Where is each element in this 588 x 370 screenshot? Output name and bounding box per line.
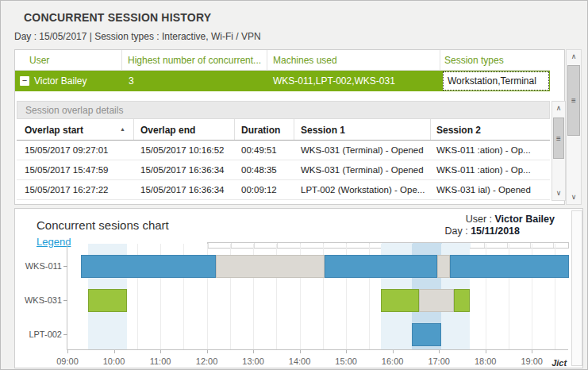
sessions-panel-scrollbar[interactable]: ∧ ≡ ∨ <box>566 49 582 205</box>
chart-day-label: Day : <box>444 225 467 237</box>
axis-hour-label: 17:00 <box>421 357 456 366</box>
cell-end: 15/05/2017 16:36:34 <box>134 160 235 179</box>
axis-hour-label: 18:00 <box>468 357 503 366</box>
column-header-overlap-start[interactable]: Overlap start ▲ <box>17 119 134 140</box>
sessions-panel: User Highest number of concurrent... Mac… <box>14 49 565 205</box>
cell-end: 15/05/2017 16:36:34 <box>134 180 235 199</box>
chart-meta: User : Victor Bailey Day : 15/11/2018 <box>444 214 555 237</box>
scroll-up-icon[interactable]: ∧ <box>552 102 565 115</box>
row-axis-tick <box>63 266 67 267</box>
row-axis-tick <box>63 334 67 335</box>
column-header-session-1[interactable]: Session 1 <box>294 119 431 140</box>
session-bar-segment-green[interactable] <box>88 289 127 312</box>
sessions-table-header: User Highest number of concurrent... Mac… <box>15 50 550 71</box>
axis-hour-label: 13:00 <box>236 357 271 366</box>
concurrent-session-history-screen: CONCURRENT SESSION HISTORY Day : 15/05/2… <box>0 0 588 370</box>
axis-hour-label: 19:00 <box>514 357 549 366</box>
row-axis-tick <box>63 300 67 301</box>
cell-end: 15/05/2017 10:16:52 <box>134 141 235 160</box>
overlap-table-scrollbar[interactable]: ∧ ≡ ∨ <box>551 101 566 201</box>
column-header-highest-concurrent[interactable]: Highest number of concurrent... <box>122 50 267 71</box>
cell-session2: WKS-031 ial) - Opened <box>431 180 550 199</box>
session-bar-segment-blue[interactable] <box>412 323 441 346</box>
session-overlap-panel: Session overlap details Overlap start ▲ … <box>17 101 564 201</box>
gantt-row-wks-031: WKS-031 <box>67 289 568 312</box>
axis-tick <box>253 350 254 353</box>
session-bar-segment-gray[interactable] <box>419 289 454 312</box>
cell-start: 15/05/2017 09:27:01 <box>17 141 134 160</box>
column-header-overlap-end[interactable]: Overlap end <box>134 119 235 140</box>
page-subtitle: Day : 15/05/2017 | Session types : Inter… <box>14 31 261 42</box>
axis-tick <box>486 350 486 353</box>
overlap-table-body: 15/05/2017 09:27:0115/05/2017 10:16:5200… <box>17 141 550 200</box>
session-bar-segment-blue[interactable] <box>450 255 569 278</box>
axis-tick <box>300 350 301 353</box>
table-row[interactable]: 15/05/2017 15:47:5915/05/2017 16:36:3400… <box>17 160 550 180</box>
scrollbar-thumb[interactable]: ≡ <box>567 65 580 136</box>
page-title: CONCURRENT SESSION HISTORY <box>24 11 211 24</box>
axis-hour-label: 10:00 <box>97 357 132 366</box>
overlap-panel-title: Session overlap details <box>17 101 550 119</box>
axis-tick <box>67 350 68 353</box>
gantt-row-wks-011: WKS-011 <box>67 255 568 278</box>
sort-ascending-icon: ▲ <box>120 126 125 132</box>
cell-session1: LPT-002 (Workstation) - Ope... <box>294 180 431 199</box>
column-header-duration[interactable]: Duration <box>235 119 294 140</box>
cell-duration: 00:48:35 <box>235 160 294 179</box>
cell-start: 15/05/2017 15:47:59 <box>17 160 134 179</box>
session-bar-segment-blue[interactable] <box>325 255 438 278</box>
axis-hour-label: 09:00 <box>50 357 85 366</box>
cell-session2: WKS-011 :ation) - Op... <box>431 160 550 179</box>
axis-hour-label: 12:00 <box>190 357 225 366</box>
chart-user-label: User : <box>466 214 492 225</box>
axis-tick <box>160 350 161 353</box>
session-types-cell[interactable]: Workstation,Terminal <box>443 71 549 91</box>
table-row[interactable]: 15/05/2017 09:27:0115/05/2017 10:16:5200… <box>17 141 550 160</box>
scrollbar-thumb[interactable]: ≡ <box>553 118 564 159</box>
axis-tick <box>532 350 532 353</box>
user-cell: − Victor Bailey <box>15 71 122 91</box>
machine-label: WKS-031 <box>19 295 62 305</box>
cell-session1: WKS-031 (Terminal) - Opened <box>294 160 431 179</box>
user-name: Victor Bailey <box>34 75 86 87</box>
machine-label: LPT-002 <box>19 330 62 339</box>
cell-duration: 00:09:12 <box>235 180 294 199</box>
scroll-down-icon[interactable]: ∨ <box>552 187 565 200</box>
chart-user-value: Victor Bailey <box>494 214 555 225</box>
axis-tick <box>346 350 347 353</box>
column-header-session-2[interactable]: Session 2 <box>431 119 550 140</box>
legend-link[interactable]: Legend <box>37 236 71 248</box>
axis-tick <box>207 350 208 353</box>
table-row[interactable]: 15/05/2017 16:27:2215/05/2017 16:36:3400… <box>17 180 550 200</box>
cell-session1: WKS-031 (Terminal) - Opened <box>294 141 431 160</box>
chart-scrollbar[interactable] <box>571 210 582 366</box>
session-bar-segment-gray[interactable] <box>216 255 324 278</box>
session-bar-segment-green[interactable] <box>381 289 419 312</box>
gantt-row-lpt-002: LPT-002 <box>67 323 568 346</box>
scroll-up-icon[interactable]: ∧ <box>567 50 581 64</box>
cell-duration: 00:49:51 <box>235 141 294 160</box>
session-bar-segment-gray[interactable] <box>437 255 449 278</box>
column-header-user[interactable]: User <box>15 50 122 71</box>
overlap-table-header: Overlap start ▲ Overlap end Duration Ses… <box>17 119 550 141</box>
column-header-machines-used[interactable]: Machines used <box>267 50 440 71</box>
machines-used-cell: WKS-011,LPT-002,WKS-031 <box>267 71 440 91</box>
axis-hour-label: 16:00 <box>375 357 410 366</box>
chart-title: Concurrent sesions chart <box>37 218 169 232</box>
axis-hour-label: 15:00 <box>329 357 363 366</box>
chart-day-value: 15/11/2018 <box>471 225 520 237</box>
scroll-down-icon[interactable]: ∨ <box>567 191 581 204</box>
cell-session2: WKS-011 :ation) - Op... <box>431 141 550 160</box>
axis-tick <box>114 350 115 353</box>
axis-hour-label: 14:00 <box>282 357 317 366</box>
axis-hour-label: 11:00 <box>143 357 178 366</box>
machine-label: WKS-011 <box>19 261 62 271</box>
axis-note-text: Jict <box>551 358 567 368</box>
session-bar-segment-blue[interactable] <box>81 255 216 278</box>
axis-tick <box>439 350 440 353</box>
session-bar-segment-green[interactable] <box>454 289 470 312</box>
axis-tick <box>393 350 394 353</box>
collapse-row-icon[interactable]: − <box>20 76 29 86</box>
column-header-session-types[interactable]: Session types <box>440 50 550 71</box>
chart-plot: WKS-011WKS-031LPT-00209:0010:0011:0012:0… <box>67 244 568 350</box>
